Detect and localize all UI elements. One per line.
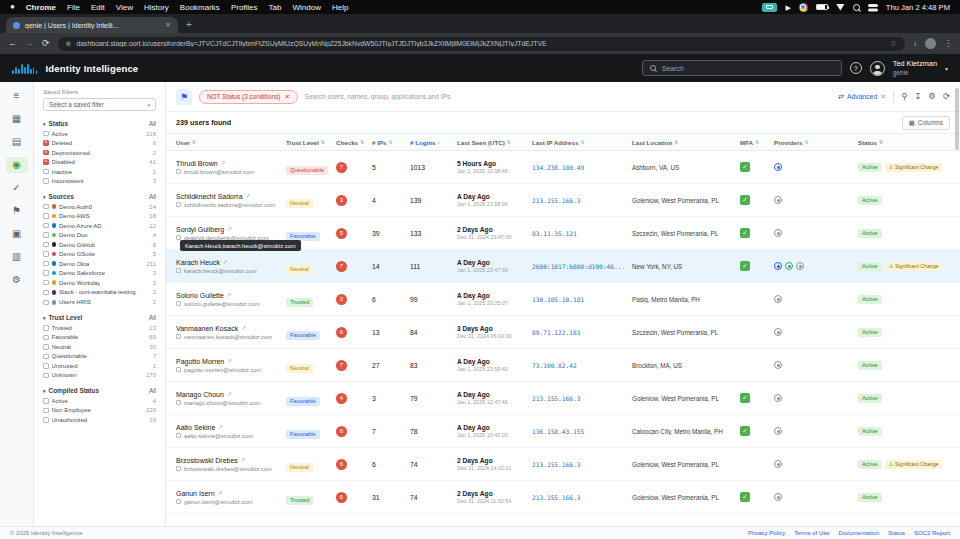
settings-icon[interactable]: ⚙ bbox=[928, 92, 936, 101]
external-link-icon[interactable]: ↗ bbox=[246, 193, 251, 199]
section-all-link[interactable]: All bbox=[149, 314, 156, 321]
filter-item-inconsistent[interactable]: Inconsistent3 bbox=[43, 178, 156, 184]
external-link-icon[interactable]: ↗ bbox=[241, 457, 246, 463]
user-menu[interactable]: Ted Kietzman genie bbox=[893, 60, 937, 76]
filter-item-unknown[interactable]: Unknown170 bbox=[43, 372, 156, 378]
filter-item-trusted[interactable]: Trusted23 bbox=[43, 325, 156, 331]
filter-item-users-hris[interactable]: Users HRIS2 bbox=[43, 299, 156, 305]
column-header-user[interactable]: User⇅ bbox=[176, 139, 286, 146]
column-header-status[interactable]: Status⇅ bbox=[858, 139, 950, 146]
row-checkbox[interactable] bbox=[176, 466, 181, 471]
forward-icon[interactable]: → bbox=[25, 39, 34, 48]
filter-item-demo-aws[interactable]: Demo AWS18 bbox=[43, 213, 156, 219]
rail-item-users[interactable]: ◉ bbox=[6, 157, 28, 173]
advanced-close-icon[interactable]: ✕ bbox=[880, 93, 886, 101]
checks-badge[interactable]: 4 bbox=[336, 393, 347, 404]
user-name-link[interactable]: Ganun Isern bbox=[176, 490, 215, 497]
back-icon[interactable]: ← bbox=[8, 39, 17, 48]
filter-item-questionable[interactable]: Questionable7 bbox=[43, 353, 156, 359]
column-header-last-location[interactable]: Last Location⇅ bbox=[632, 139, 740, 146]
menu-item-tab[interactable]: Tab bbox=[269, 3, 282, 12]
filter-checkbox[interactable] bbox=[43, 242, 49, 248]
menu-bar-clock[interactable]: Thu Jan 2 4:48 PM bbox=[886, 3, 950, 12]
table-row[interactable]: Aalto Sekine↗aalto.sekine@simubiz.comFav… bbox=[166, 415, 960, 448]
filter-item-unauthorized[interactable]: Unauthorized10 bbox=[43, 417, 156, 423]
rail-item-dashboard[interactable]: ▦ bbox=[6, 111, 28, 127]
user-name-link[interactable]: Manago Choun bbox=[176, 391, 224, 398]
site-settings-icon[interactable]: ⊕ bbox=[66, 40, 72, 48]
table-row[interactable]: Vanmaanen Kosack↗vanmaanen.kosack@simubi… bbox=[166, 316, 960, 349]
column-header-last-seen-utc-[interactable]: Last Seen (UTC)⇅ bbox=[457, 139, 532, 146]
saved-filter-select[interactable]: Select a saved filter ▾ bbox=[43, 98, 156, 111]
global-search-input[interactable]: Search bbox=[642, 60, 842, 76]
pin-icon[interactable]: ⚲ bbox=[901, 92, 907, 101]
filter-item-neutral[interactable]: Neutral30 bbox=[43, 344, 156, 350]
filter-item-demo-gsuite[interactable]: Demo GSuite5 bbox=[43, 251, 156, 257]
external-link-icon[interactable]: ↗ bbox=[227, 226, 232, 232]
checks-badge[interactable]: 3 bbox=[336, 294, 347, 305]
filter-checkbox[interactable] bbox=[43, 232, 49, 238]
filter-item-demo-azure-ad[interactable]: Demo Azure AD12 bbox=[43, 223, 156, 229]
checks-badge[interactable]: 6 bbox=[336, 492, 347, 503]
column-header--logins[interactable]: # Logins↓ bbox=[410, 139, 457, 146]
ip-address-link[interactable]: 2600:1017:b808:d190:46... bbox=[532, 263, 632, 270]
external-link-icon[interactable]: ↗ bbox=[221, 160, 226, 166]
advanced-toggle[interactable]: ⇄ Advanced ✕ bbox=[838, 93, 886, 101]
user-name-link[interactable]: Aalto Sekine bbox=[176, 424, 215, 431]
table-row[interactable]: Karach Heuck↗karach.heuck@simubiz.comNeu… bbox=[166, 250, 960, 283]
row-checkbox[interactable] bbox=[176, 301, 181, 306]
ip-address-link[interactable]: 213.155.166.3 bbox=[532, 461, 632, 468]
menu-item-window[interactable]: Window bbox=[292, 3, 320, 12]
checks-badge[interactable]: 6 bbox=[336, 426, 347, 437]
menu-item-chrome[interactable]: Chrome bbox=[26, 3, 56, 12]
filter-checkbox[interactable]: ✕ bbox=[43, 140, 49, 146]
external-link-icon[interactable]: ↗ bbox=[218, 424, 223, 430]
menu-item-view[interactable]: View bbox=[116, 3, 133, 12]
section-all-link[interactable]: All bbox=[149, 387, 156, 394]
filter-checkbox[interactable] bbox=[43, 270, 49, 276]
table-row[interactable]: Pagotto Morren↗pagotto.morren@simubiz.co… bbox=[166, 349, 960, 382]
menu-item-edit[interactable]: Edit bbox=[91, 3, 105, 12]
menu-item-help[interactable]: Help bbox=[332, 3, 348, 12]
filter-checkbox[interactable] bbox=[43, 335, 49, 341]
rail-item-policies[interactable]: ⚑ bbox=[6, 203, 28, 219]
filter-checkbox[interactable] bbox=[43, 223, 49, 229]
rail-item-checks[interactable]: ✓ bbox=[6, 180, 28, 196]
filter-item-favorable[interactable]: Favorable65 bbox=[43, 334, 156, 340]
ip-address-link[interactable]: 134.238.180.49 bbox=[532, 164, 632, 171]
ip-address-link[interactable]: 83.11.35.121 bbox=[532, 230, 632, 237]
filter-chip-close-icon[interactable]: ✕ bbox=[284, 93, 289, 101]
filter-item-demo-workday[interactable]: Demo Workday2 bbox=[43, 280, 156, 286]
chevron-down-icon[interactable]: ▾ bbox=[43, 388, 46, 394]
filter-item-demo-duo[interactable]: Demo Duo4 bbox=[43, 232, 156, 238]
row-checkbox[interactable] bbox=[176, 169, 181, 174]
new-tab-button[interactable]: + bbox=[186, 20, 192, 30]
filter-checkbox[interactable] bbox=[43, 261, 49, 267]
column-header-mfa[interactable]: MFA⇅ bbox=[740, 139, 774, 146]
user-name-link[interactable]: Vanmaanen Kosack bbox=[176, 325, 238, 332]
row-checkbox[interactable] bbox=[176, 499, 181, 504]
play-icon[interactable]: ▶ bbox=[785, 4, 790, 11]
screen-share-icon[interactable] bbox=[762, 3, 777, 12]
section-all-link[interactable]: All bbox=[149, 120, 156, 127]
export-icon[interactable]: ↧ bbox=[914, 92, 921, 101]
menu-item-history[interactable]: History bbox=[144, 3, 169, 12]
footer-link-terms-of-use[interactable]: Terms of Use bbox=[794, 530, 829, 536]
filter-checkbox[interactable] bbox=[43, 408, 49, 414]
row-checkbox[interactable] bbox=[176, 334, 181, 339]
filter-checkbox[interactable] bbox=[43, 417, 49, 423]
bookmark-star-icon[interactable]: ☆ bbox=[890, 39, 897, 48]
rail-item-settings[interactable]: ⚙ bbox=[6, 272, 28, 288]
filter-item-slack-oort-teambala-testing[interactable]: Slack - oort-teambala-testing2 bbox=[43, 289, 156, 296]
user-name-link[interactable]: Solorio Guilette bbox=[176, 292, 224, 299]
control-center-icon[interactable] bbox=[868, 4, 878, 7]
row-checkbox[interactable] bbox=[176, 367, 181, 372]
tab-close-icon[interactable]: ✕ bbox=[165, 21, 171, 29]
filter-checkbox[interactable] bbox=[43, 300, 49, 306]
spotlight-search-icon[interactable] bbox=[853, 4, 860, 11]
wifi-icon[interactable] bbox=[836, 4, 845, 11]
external-link-icon[interactable]: ↗ bbox=[227, 391, 232, 397]
filter-item-deprovisioned[interactable]: ✕Deprovisioned2 bbox=[43, 150, 156, 156]
cisco-logo[interactable] bbox=[12, 63, 37, 74]
filter-checkbox[interactable] bbox=[43, 344, 49, 350]
